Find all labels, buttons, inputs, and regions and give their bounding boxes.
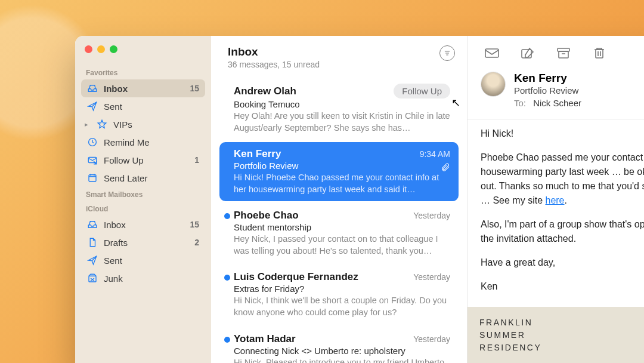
unread-dot-icon bbox=[224, 275, 230, 281]
trash-icon[interactable] bbox=[592, 47, 607, 60]
message-row[interactable]: Phoebe ChaoYesterdayStudent mentorshipHe… bbox=[219, 204, 459, 263]
sidebar-item-badge: 2 bbox=[194, 238, 199, 247]
followup-icon bbox=[87, 155, 98, 165]
sidebar-item-label: Drafts bbox=[104, 238, 188, 248]
message-subject: Booking Temuco bbox=[234, 99, 450, 109]
message-preview: Hi Nick, Pleased to introduce you to my … bbox=[234, 357, 450, 364]
message-subject: Extras for Friday? bbox=[234, 284, 450, 294]
close-window[interactable] bbox=[85, 45, 92, 53]
window-controls bbox=[81, 43, 205, 64]
sidebar-icloud-junk[interactable]: Junk bbox=[81, 269, 205, 287]
sidebar-section-header: iCloud bbox=[81, 201, 205, 216]
unread-dot-icon bbox=[224, 337, 230, 343]
sidebar-item-label: Inbox bbox=[104, 220, 184, 230]
sidebar-sent[interactable]: Sent bbox=[81, 97, 205, 115]
filter-button[interactable] bbox=[439, 45, 455, 61]
message-row[interactable]: Yotam HadarYesterdayConnecting Nick <> U… bbox=[219, 327, 459, 364]
sidebar-item-label: Send Later bbox=[104, 173, 199, 183]
body-p4: Have a great day, bbox=[481, 256, 644, 270]
archive-icon[interactable] bbox=[556, 47, 571, 60]
sender-avatar bbox=[481, 72, 506, 97]
message-from: Ken Ferry bbox=[514, 72, 581, 85]
message-time: Yesterday bbox=[413, 272, 450, 282]
message-subject: Student mentorship bbox=[234, 222, 450, 232]
attachment-preview[interactable]: FRANKLIN SUMMER RESIDENCY ics bbox=[467, 307, 644, 363]
message-sender: Yotam Hadar bbox=[234, 333, 296, 345]
minimize-window[interactable] bbox=[97, 45, 105, 53]
message-time: Yesterday bbox=[413, 334, 450, 344]
message-subject: Portfolio Review bbox=[514, 85, 581, 96]
paperplane-icon bbox=[87, 101, 98, 112]
sidebar-item-badge: 1 bbox=[194, 155, 199, 165]
message-time: 9:34 AM bbox=[420, 149, 450, 159]
body-p1: Hi Nick! bbox=[481, 127, 644, 141]
message-subject: Portfolio Review bbox=[234, 161, 450, 171]
zoom-window[interactable] bbox=[110, 45, 117, 53]
chevron-right-icon: ▸ bbox=[85, 121, 91, 128]
sidebar-item-label: Sent bbox=[104, 256, 199, 266]
sidebar-followup[interactable]: Follow Up1 bbox=[81, 151, 205, 169]
sidebar: FavoritesInbox15Sent▸VIPsRemind MeFollow… bbox=[75, 36, 211, 363]
message-header: Ken Ferry Portfolio Review To: Nick Sche… bbox=[467, 68, 644, 116]
sidebar-item-badge: 15 bbox=[190, 220, 199, 229]
message-preview: Hi Nick, I think we'll be short a couple… bbox=[234, 295, 450, 318]
message-to: To: Nick Scheer bbox=[514, 98, 581, 108]
mailbox-title: Inbox bbox=[228, 45, 320, 59]
sidebar-vips[interactable]: ▸VIPs bbox=[81, 115, 205, 133]
sidebar-remindme[interactable]: Remind Me bbox=[81, 133, 205, 151]
sidebar-item-label: VIPs bbox=[113, 119, 199, 130]
body-p3: Also, I'm part of a group show that's op… bbox=[481, 217, 644, 246]
message-sender: Luis Coderque Fernandez bbox=[234, 271, 358, 283]
svg-rect-2 bbox=[89, 175, 96, 182]
attachment-icon bbox=[441, 162, 450, 174]
message-list-header: Inbox 36 messages, 15 unread bbox=[211, 36, 467, 75]
mailbox-subtitle: 36 messages, 15 unread bbox=[228, 60, 320, 69]
to-name: Nick Scheer bbox=[533, 98, 581, 108]
calendar-icon bbox=[87, 173, 98, 183]
sidebar-icloud-drafts[interactable]: Drafts2 bbox=[81, 233, 205, 251]
star-icon bbox=[97, 119, 107, 130]
svg-rect-10 bbox=[485, 49, 499, 57]
message-preview: Hi Nick! Phoebe Chao passed me your cont… bbox=[234, 172, 450, 195]
message-sender: Andrew Olah bbox=[234, 85, 296, 97]
message-row[interactable]: Andrew OlahFollow UpBooking TemucoHey Ol… bbox=[219, 78, 459, 140]
junk-icon bbox=[87, 273, 98, 284]
followup-chip: Follow Up bbox=[394, 84, 450, 99]
sidebar-item-label: Remind Me bbox=[104, 137, 199, 147]
message-body: Hi Nick! Phoebe Chao passed me your cont… bbox=[467, 127, 644, 303]
sidebar-item-label: Inbox bbox=[104, 84, 184, 94]
clock-icon bbox=[87, 137, 98, 147]
reading-pane: Ken Ferry Portfolio Review To: Nick Sche… bbox=[467, 36, 644, 363]
mail-window: FavoritesInbox15Sent▸VIPsRemind MeFollow… bbox=[75, 36, 644, 363]
message-time: Yesterday bbox=[413, 211, 450, 220]
sidebar-sendlater[interactable]: Send Later bbox=[81, 169, 205, 187]
reply-icon[interactable] bbox=[484, 47, 500, 60]
svg-rect-13 bbox=[559, 51, 568, 58]
attachment-title: FRANKLIN SUMMER RESIDENCY bbox=[479, 316, 541, 354]
sidebar-inbox[interactable]: Inbox15 bbox=[81, 79, 205, 97]
message-list: Inbox 36 messages, 15 unread Andrew Olah… bbox=[211, 36, 467, 363]
message-subject: Connecting Nick <> Umberto re: upholster… bbox=[234, 346, 450, 356]
svg-rect-15 bbox=[596, 50, 603, 58]
sidebar-item-badge: 15 bbox=[190, 84, 199, 93]
sidebar-item-label: Follow Up bbox=[104, 155, 188, 165]
sidebar-icloud-sent[interactable]: Sent bbox=[81, 251, 205, 269]
paperplane-icon bbox=[87, 255, 98, 266]
divider bbox=[467, 119, 644, 119]
to-label: To: bbox=[514, 98, 526, 108]
pane-toolbar bbox=[467, 36, 644, 68]
body-p2: Phoebe Chao passed me your contact info … bbox=[481, 150, 644, 208]
message-preview: Hey Nick, I passed your contact on to th… bbox=[234, 233, 450, 257]
tray-icon bbox=[87, 219, 98, 230]
sidebar-item-label: Junk bbox=[104, 273, 199, 284]
compose-icon[interactable] bbox=[520, 47, 535, 60]
body-link[interactable]: here bbox=[545, 195, 564, 205]
sidebar-icloud-inbox[interactable]: Inbox15 bbox=[81, 216, 205, 233]
message-row[interactable]: Ken Ferry9:34 AMPortfolio ReviewHi Nick!… bbox=[219, 142, 459, 201]
sidebar-section-header: Smart Mailboxes bbox=[81, 187, 205, 201]
body-p5: Ken bbox=[481, 279, 644, 294]
message-sender: Phoebe Chao bbox=[234, 210, 299, 222]
sidebar-item-label: Sent bbox=[104, 101, 199, 112]
message-row[interactable]: Luis Coderque FernandezYesterdayExtras f… bbox=[219, 265, 459, 324]
tray-icon bbox=[87, 83, 98, 94]
